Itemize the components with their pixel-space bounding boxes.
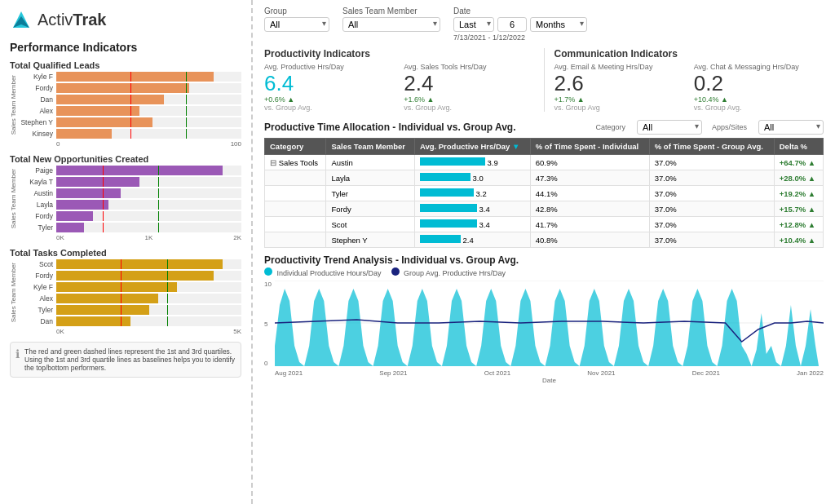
group-filter: Group All (264, 7, 329, 32)
cell-delta: +12.8% ▲ (774, 217, 823, 232)
cell-individual: 40.8% (530, 232, 649, 248)
table-header-row: Productive Time Allocation - Individual … (264, 120, 824, 135)
ind-subtitle: Avg. Productive Hrs/Day (264, 63, 394, 71)
trend-legend: Individual Productive Hours/Day Group Av… (264, 267, 824, 277)
cell-category (265, 201, 326, 217)
cell-group: 37.0% (649, 170, 774, 186)
date-unit-select[interactable]: Months (530, 17, 587, 32)
cell-group: 37.0% (649, 155, 774, 170)
sales-team-filter-select[interactable]: All (342, 17, 440, 32)
table-section-title: Productive Time Allocation - Individual … (264, 122, 516, 133)
cell-member: Tyler (326, 186, 414, 201)
time-allocation-section: Productive Time Allocation - Individual … (264, 120, 824, 248)
col-delta: Delta % (774, 139, 823, 155)
chart-qualified-leads: Total Qualified Leads Sales Team Member … (10, 60, 241, 148)
bar-row: Alex (19, 294, 241, 303)
bar-chart-1: Kyle F Fordy (19, 72, 241, 148)
table-row: Scot 3.4 41.7% 37.0% +12.8% ▲ (265, 217, 824, 232)
legend-dot-navy (391, 267, 400, 276)
col-group: % of Time Spent - Group Avg. (649, 139, 774, 155)
cell-category (265, 217, 326, 232)
category-filter-label: Category (595, 123, 625, 131)
ind-vs: vs. Group Avg. (694, 104, 824, 112)
chart-tasks: Total Tasks Completed Sales Team Member … (10, 248, 241, 335)
trend-chart-wrapper: 10 5 0 Aug 2021 (264, 281, 824, 378)
table-row: ⊟ Sales Tools Austin 3.9 60.9% 37.0% +64… (265, 155, 824, 170)
category-filter-select[interactable]: All (637, 120, 702, 135)
cell-category (265, 170, 326, 186)
ind-vs: vs. Group Avg (554, 104, 684, 112)
ind-change: +0.6% ▲ (264, 95, 394, 104)
x-label-jan: Jan 2022 (797, 369, 824, 377)
cell-hrs: 3.2 (414, 186, 530, 201)
bar-row: Dan (19, 95, 241, 104)
date-range-text: 7/13/2021 - 1/12/2022 (453, 33, 587, 42)
y-axis-label-2: Sales Team Member (10, 166, 17, 232)
bar-row: Kinsey (19, 129, 241, 139)
table-row: Fordy 3.4 42.8% 37.0% +15.7% ▲ (265, 201, 824, 217)
cell-individual: 44.1% (530, 186, 649, 201)
cell-member: Scot (326, 217, 414, 232)
x-label-sep: Sep 2021 (379, 369, 407, 377)
cell-hrs: 3.0 (414, 170, 530, 186)
chart-title-3: Total Tasks Completed (10, 248, 241, 258)
group-filter-label: Group (264, 7, 329, 15)
sales-team-filter-wrap[interactable]: All (342, 17, 440, 32)
productivity-indicators-title: Productivity Indicators (264, 48, 534, 60)
bar-chart-3: Scot Fordy (19, 259, 241, 335)
legend-group: Group Avg. Productive Hrs/Day (391, 267, 506, 277)
table-row: Layla 3.0 47.3% 37.0% +28.0% ▲ (265, 170, 824, 186)
left-panel: ActivTrak Performance Indicators Total Q… (0, 0, 253, 504)
sales-team-filter: Sales Team Member All (342, 7, 440, 32)
cell-group: 37.0% (649, 217, 774, 232)
date-number-input[interactable] (497, 17, 527, 32)
x-axis-2: 0K1K2K (56, 234, 241, 241)
cell-category (265, 186, 326, 201)
ind-value-chat: 0.2 (694, 73, 824, 94)
ind-value-productive: 6.4 (264, 73, 394, 94)
cell-delta: +10.4% ▲ (774, 232, 823, 248)
table-filters: Category All Apps/Sites All (595, 120, 824, 135)
cell-hrs: 2.4 (414, 232, 530, 248)
bar-row: Tyler (19, 223, 241, 232)
productivity-indicators-section: Productivity Indicators Avg. Productive … (264, 48, 534, 112)
bar-chart-2: Paige Kayla T (19, 166, 241, 241)
date-preset-select[interactable]: Last (453, 17, 494, 32)
bar-row: Paige (19, 166, 241, 175)
trend-section: Productivity Trend Analysis - Individual… (264, 254, 824, 378)
cell-member: Austin (326, 155, 414, 170)
group-filter-select[interactable]: All (264, 17, 329, 32)
info-box: ℹ The red and green dashed lines represe… (10, 342, 241, 378)
trend-svg (275, 281, 824, 366)
table-row: Stephen Y 2.4 40.8% 37.0% +10.4% ▲ (265, 232, 824, 248)
legend-dot-teal (264, 267, 272, 276)
ind-change: +1.6% ▲ (404, 95, 533, 104)
info-icon: ℹ (15, 347, 20, 372)
cell-delta: +19.2% ▲ (774, 186, 823, 201)
indicator-card-sales-tools-hrs: Avg. Sales Tools Hrs/Day 2.4 +1.6% ▲ vs.… (404, 63, 533, 112)
group-filter-wrap[interactable]: All (264, 17, 329, 32)
cell-hrs: 3.9 (414, 155, 530, 170)
trend-x-axis-label: Date (275, 377, 824, 384)
indicator-card-productive-hrs: Avg. Productive Hrs/Day 6.4 +0.6% ▲ vs. … (264, 63, 394, 112)
ind-subtitle: Avg. Chat & Messaging Hrs/Day (694, 63, 824, 71)
apps-filter-select[interactable]: All (758, 120, 824, 135)
cell-hrs: 3.4 (414, 217, 530, 232)
expand-btn[interactable]: ⊟ (270, 158, 276, 167)
col-member: Sales Team Member (326, 139, 414, 155)
bar-row: Kyle F (19, 282, 241, 292)
productivity-indicator-cards: Avg. Productive Hrs/Day 6.4 +0.6% ▲ vs. … (264, 63, 534, 112)
ind-value-email: 2.6 (554, 73, 684, 94)
ind-change: +1.7% ▲ (554, 95, 684, 104)
cell-category (265, 232, 326, 248)
indicator-divider (544, 48, 545, 112)
communication-indicators-title: Communication Indicators (554, 48, 824, 60)
chart-title-2: Total New Opportunities Created (10, 154, 241, 164)
logo-icon (10, 8, 33, 31)
performance-indicators-title: Performance Indicators (10, 41, 241, 54)
bar-row: Kyle F (19, 72, 241, 82)
indicator-card-chat-hrs: Avg. Chat & Messaging Hrs/Day 0.2 +10.4%… (694, 63, 824, 112)
cell-delta: +15.7% ▲ (774, 201, 823, 217)
bar-row: Stephen Y (19, 117, 241, 127)
ind-vs: vs. Group Avg. (264, 104, 394, 112)
